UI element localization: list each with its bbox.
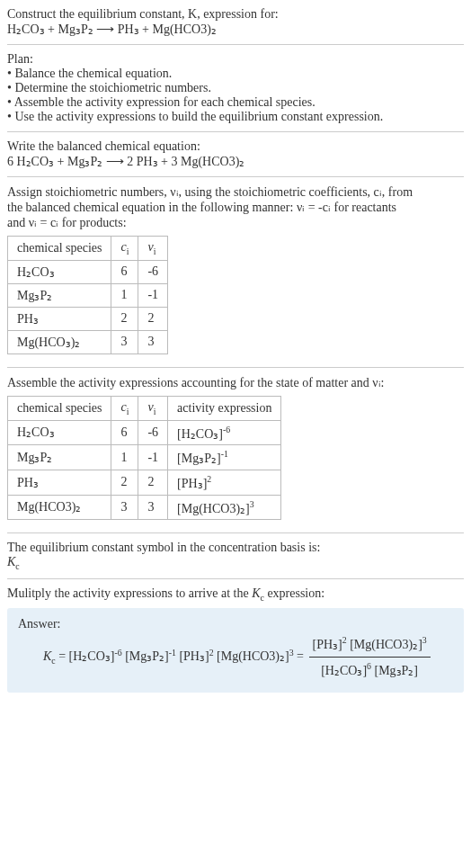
answer-fraction: [PH₃]2 [Mg(HCO3)₂]3 [H₂CO₃]6 [Mg₃P₂] — [309, 631, 431, 684]
table-row: Mg₃P₂ 1 -1 — [8, 283, 168, 307]
table-header-row: chemical species ci νi — [8, 237, 168, 261]
plan-title: Plan: — [7, 52, 464, 67]
frac-den: [H₂CO₃]6 [Mg₃P₂] — [309, 658, 431, 684]
table-header-row: chemical species ci νi activity expressi… — [8, 396, 281, 420]
table-row: PH₃ 2 2 [PH₃]2 — [8, 470, 281, 495]
plan-section: Plan: • Balance the chemical equation. •… — [7, 44, 464, 131]
answer-box: Answer: Kc = [H₂CO₃]-6 [Mg₃P₂]-1 [PH₃]2 … — [7, 608, 464, 693]
question-equation: H₂CO₃ + Mg₃P₂ ⟶ PH₃ + Mg(HCO3)₂ — [7, 22, 464, 37]
table-row: Mg(HCO₃)₂ 3 3 — [8, 330, 168, 353]
multiply-section: Mulitply the activity expressions to arr… — [7, 578, 464, 700]
balanced-section: Write the balanced chemical equation: 6 … — [7, 131, 464, 176]
activity-table: chemical species ci νi activity expressi… — [7, 396, 281, 520]
assemble-section: Assemble the activity expressions accoun… — [7, 367, 464, 532]
table-row: H₂CO₃ 6 -6 [H₂CO₃]-6 — [8, 420, 281, 445]
eq-arrow: ⟶ — [96, 22, 114, 36]
symbol-kc: Kc — [7, 555, 464, 571]
col-ci: ci — [111, 237, 138, 261]
assign-section: Assign stoichiometric numbers, νᵢ, using… — [7, 176, 464, 367]
col-ci: ci — [111, 396, 138, 420]
question-line1: Construct the equilibrium constant, K, e… — [7, 7, 464, 22]
assign-intro: Assign stoichiometric numbers, νᵢ, using… — [7, 184, 464, 230]
frac-num: [PH₃]2 [Mg(HCO3)₂]3 — [309, 631, 431, 658]
multiply-title: Mulitply the activity expressions to arr… — [7, 586, 464, 603]
plan-item: • Assemble the activity expression for e… — [7, 95, 464, 110]
plan-item: • Balance the chemical equation. — [7, 67, 464, 81]
answer-equation: Kc = [H₂CO₃]-6 [Mg₃P₂]-1 [PH₃]2 [Mg(HCO3… — [18, 631, 453, 684]
col-vi: νi — [138, 396, 168, 420]
symbol-section: The equilibrium constant symbol in the c… — [7, 532, 464, 578]
answer-label: Answer: — [18, 617, 453, 631]
col-vi: νi — [138, 237, 168, 261]
table-row: H₂CO₃ 6 -6 — [8, 260, 168, 283]
col-species: chemical species — [8, 237, 111, 261]
plan-item: • Use the activity expressions to build … — [7, 110, 464, 124]
balanced-equation: 6 H₂CO₃ + Mg₃P₂ ⟶ 2 PH₃ + 3 Mg(HCO3)₂ — [7, 154, 464, 169]
eq-rhs: PH₃ + Mg(HCO3)₂ — [118, 22, 217, 36]
table-row: Mg₃P₂ 1 -1 [Mg₃P₂]-1 — [8, 445, 281, 470]
col-activity: activity expression — [168, 396, 281, 420]
table-row: PH₃ 2 2 — [8, 307, 168, 330]
stoich-table: chemical species ci νi H₂CO₃ 6 -6 Mg₃P₂ … — [7, 236, 168, 354]
table-row: Mg(HCO3)₂ 3 3 [Mg(HCO3)₂]3 — [8, 495, 281, 520]
balanced-title: Write the balanced chemical equation: — [7, 139, 464, 154]
plan-item: • Determine the stoichiometric numbers. — [7, 81, 464, 95]
eq-lhs: H₂CO₃ + Mg₃P₂ — [7, 22, 93, 36]
assemble-title: Assemble the activity expressions accoun… — [7, 375, 464, 390]
col-species: chemical species — [8, 396, 111, 420]
question-header: Construct the equilibrium constant, K, e… — [7, 7, 464, 44]
symbol-line1: The equilibrium constant symbol in the c… — [7, 541, 464, 555]
